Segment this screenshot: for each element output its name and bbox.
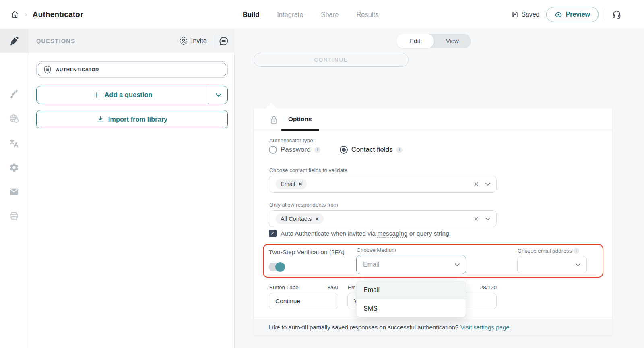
nav-tab-build[interactable]: Build <box>243 11 259 19</box>
chip-email-label: Email <box>281 181 295 187</box>
chip-remove-icon[interactable]: × <box>315 216 318 222</box>
question-item-authenticator[interactable]: AUTHENTICATOR <box>36 61 228 78</box>
edit-view-toggle: Edit View <box>396 34 471 48</box>
nav-tab-integrate[interactable]: Integrate <box>277 11 303 19</box>
lock-icon <box>270 116 277 124</box>
rail-item-settings[interactable] <box>0 155 28 179</box>
rail-item-design[interactable] <box>0 82 28 106</box>
select-clear-icon[interactable]: × <box>474 215 479 223</box>
toggle-edit[interactable]: Edit <box>396 34 434 48</box>
add-question-dropdown-toggle[interactable] <box>209 86 227 104</box>
printer-icon <box>8 211 19 222</box>
radio-password-circle[interactable] <box>269 146 277 154</box>
choose-email-label: Choose email address i <box>518 248 579 254</box>
toggle-knob <box>275 262 285 272</box>
save-status: Saved <box>511 11 539 18</box>
dropdown-option-sms[interactable]: SMS <box>357 299 466 317</box>
survey-continue-button[interactable]: CONTINUE <box>254 53 409 67</box>
saved-label: Saved <box>521 11 539 18</box>
dropdown-option-email[interactable]: Email <box>357 281 466 299</box>
import-library-label: Import from library <box>108 116 168 123</box>
options-tab-row: Options <box>254 108 612 130</box>
chevron-down-icon[interactable] <box>485 217 491 221</box>
translate-icon <box>8 138 20 149</box>
questions-panel-header: QUESTIONS Invite <box>28 29 235 53</box>
rail-item-language[interactable] <box>0 107 28 130</box>
app-window: › Authenticator Build Integrate Share Re… <box>0 0 644 348</box>
breadcrumb: › Authenticator <box>10 0 83 29</box>
comments-chat-icon[interactable] <box>219 36 229 46</box>
chip-remove-icon[interactable]: × <box>299 181 302 187</box>
header-actions: Saved Preview <box>511 0 621 29</box>
chevron-down-icon[interactable] <box>485 182 491 186</box>
preview-button[interactable]: Preview <box>546 7 599 22</box>
import-from-library-button[interactable]: Import from library <box>36 110 228 128</box>
chip-all-contacts-label: All Contacts <box>281 215 312 222</box>
radio-contact-fields-label: Contact fields <box>351 146 393 154</box>
chevron-right-icon: › <box>25 11 27 18</box>
twofa-toggle[interactable] <box>269 263 284 271</box>
choose-email-select[interactable] <box>517 256 587 273</box>
headset-support-icon[interactable] <box>612 10 621 19</box>
add-question-label: Add a question <box>104 91 152 99</box>
select-clear-icon[interactable]: × <box>474 180 479 188</box>
panel-header-divider <box>213 34 213 48</box>
rail-item-print[interactable] <box>0 204 28 228</box>
auto-authenticate-label: Auto Authenticate when invited via messa… <box>281 230 451 237</box>
tab-options[interactable]: Options <box>281 108 319 130</box>
button-label-input[interactable] <box>269 293 338 309</box>
contact-fields-label: Choose contact fields to validate <box>269 167 347 173</box>
rail-item-build-questions[interactable] <box>0 29 28 53</box>
rail-item-translate[interactable] <box>0 131 28 155</box>
options-card-footer: Like to auto-fill partially saved respon… <box>254 319 612 335</box>
auth-type-label: Authenticator type: <box>269 137 315 143</box>
radio-contact-fields-circle[interactable] <box>340 146 348 154</box>
auth-type-radios: Password i Contact fields i <box>269 146 402 154</box>
paint-brush-icon <box>9 89 19 99</box>
messaging-term[interactable]: messaging <box>377 230 407 238</box>
home-icon[interactable] <box>10 10 19 19</box>
options-card: Options Authenticator type: Password i C… <box>254 108 613 336</box>
page-title: Authenticator <box>33 10 83 19</box>
twofa-label: Two-Step Verification (2FA) <box>269 249 345 256</box>
choose-medium-select[interactable]: Email <box>356 255 466 274</box>
medium-dropdown-menu: Email SMS <box>356 281 466 317</box>
rail-item-email[interactable] <box>0 180 28 203</box>
invite-person-icon <box>179 37 188 46</box>
choose-medium-label: Choose Medium <box>357 247 396 253</box>
auto-authenticate-row: ✓ Auto Authenticate when invited via mes… <box>269 230 451 237</box>
pen-edit-icon <box>9 36 19 46</box>
chevron-down-icon <box>215 93 222 97</box>
chip-email: Email × <box>276 179 307 189</box>
radio-password[interactable]: Password i <box>269 146 320 154</box>
header-divider <box>605 9 605 20</box>
shield-lock-icon <box>43 65 52 74</box>
left-icon-rail <box>0 29 28 348</box>
add-question-button[interactable]: Add a question <box>36 86 228 104</box>
medium-value: Email <box>363 261 379 268</box>
info-icon[interactable]: i <box>314 147 320 153</box>
main-nav: Build Integrate Share Results <box>243 0 378 29</box>
nav-tab-share[interactable]: Share <box>321 11 339 19</box>
footer-text: Like to auto-fill partially saved respon… <box>269 324 458 331</box>
info-icon[interactable]: i <box>573 248 579 254</box>
visit-settings-link[interactable]: Visit settings page. <box>460 324 511 331</box>
button-label-title: Button Label <box>269 284 300 290</box>
nav-tab-results[interactable]: Results <box>356 11 378 19</box>
preview-label: Preview <box>566 11 590 18</box>
error-message-title: Err <box>348 284 355 290</box>
download-icon <box>97 116 104 123</box>
chevron-down-icon[interactable] <box>454 263 460 267</box>
contact-fields-select[interactable]: Email × × <box>269 176 497 193</box>
eye-icon <box>555 11 562 19</box>
toggle-view[interactable]: View <box>434 34 471 48</box>
plus-icon <box>93 91 100 99</box>
auto-authenticate-checkbox[interactable]: ✓ <box>269 230 277 237</box>
chevron-down-icon[interactable] <box>575 263 581 267</box>
info-icon[interactable]: i <box>396 147 402 153</box>
respondents-select[interactable]: All Contacts × × <box>269 210 497 227</box>
radio-contact-fields[interactable]: Contact fields i <box>340 146 402 154</box>
questions-title: QUESTIONS <box>36 38 75 44</box>
mail-icon <box>8 186 19 197</box>
invite-button[interactable]: Invite <box>179 37 207 46</box>
